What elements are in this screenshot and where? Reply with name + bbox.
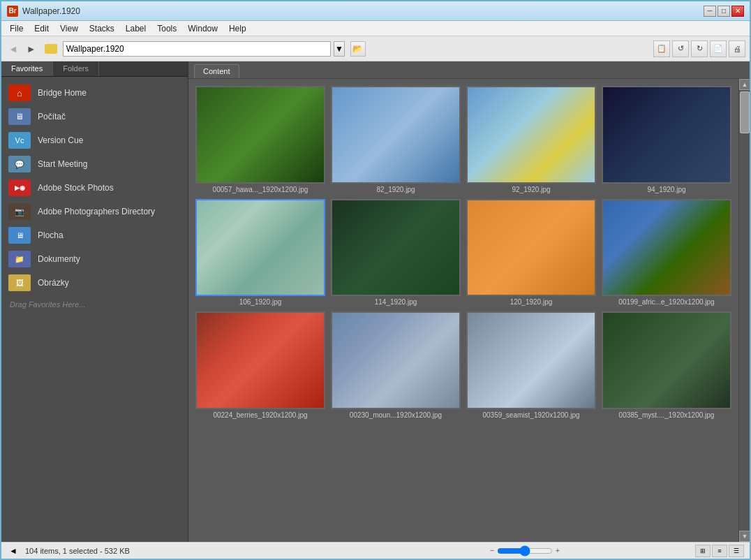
browse-button[interactable]: 📂 bbox=[350, 41, 366, 57]
image-cell[interactable]: 92_1920.jpg bbox=[466, 86, 596, 193]
thumbnail-image bbox=[468, 313, 595, 408]
sidebar-item-bridge-home[interactable]: ⌂ Bridge Home bbox=[1, 81, 188, 105]
image-thumbnail bbox=[602, 86, 731, 184]
drag-hint: Drag Favorites Here... bbox=[1, 295, 188, 314]
sidebar-item-plocha[interactable]: 🖥 Plocha bbox=[1, 223, 188, 247]
menu-help[interactable]: Help bbox=[223, 22, 252, 35]
image-cell[interactable]: 00359_seamist_1920x1200.jpg bbox=[466, 311, 596, 419]
rotate-left-button[interactable]: ↺ bbox=[672, 40, 689, 57]
image-label: 92_1920.jpg bbox=[512, 186, 550, 193]
image-thumbnail bbox=[466, 199, 596, 297]
close-button[interactable]: ✕ bbox=[731, 6, 744, 17]
sidebar-item-pocitac[interactable]: 🖥 Počítač bbox=[1, 105, 188, 128]
sidebar-items: ⌂ Bridge Home 🖥 Počítač Vc Version bbox=[1, 77, 188, 542]
content-with-scroll: 00057_hawa..._1920x1200.jpg82_1920.jpg92… bbox=[188, 79, 750, 542]
menu-stacks[interactable]: Stacks bbox=[84, 22, 120, 35]
minimize-button[interactable]: ─ bbox=[704, 6, 716, 17]
dokumenty-label: Dokumenty bbox=[38, 254, 80, 264]
thumbnail-image bbox=[332, 313, 459, 408]
status-left-btn[interactable]: ◄ bbox=[7, 545, 20, 557]
sidebar-item-start-meeting[interactable]: 💬 Start Meeting bbox=[1, 152, 188, 176]
view-list-button[interactable]: ≡ bbox=[712, 545, 727, 557]
title-bar: Br Wallpaper.1920 ─ □ ✕ bbox=[1, 1, 750, 21]
image-cell[interactable]: 00224_berries_1920x1200.jpg bbox=[195, 311, 325, 419]
image-label: 82_1920.jpg bbox=[376, 186, 415, 193]
thumbnail-image bbox=[468, 87, 595, 182]
reveal-button[interactable]: 📋 bbox=[653, 40, 670, 57]
toolbar-right: 📋 ↺ ↻ 📄 🖨 bbox=[653, 40, 745, 57]
content-area: Content 00057_hawa..._1920x1200.jpg82_19… bbox=[188, 61, 750, 542]
image-label: 94_1920.jpg bbox=[647, 186, 685, 193]
image-thumbnail bbox=[195, 311, 325, 409]
menu-edit[interactable]: Edit bbox=[29, 22, 54, 35]
image-thumbnail bbox=[331, 311, 461, 409]
camera-button[interactable]: 🖨 bbox=[729, 40, 745, 57]
sidebar: Favorites Folders ⌂ Bridge Home 🖥 Počíta… bbox=[1, 61, 188, 542]
menu-view[interactable]: View bbox=[54, 22, 84, 35]
bridge-home-icon: ⌂ bbox=[8, 84, 31, 101]
main-window: Br Wallpaper.1920 ─ □ ✕ File Edit View S… bbox=[0, 0, 751, 560]
view-grid-button[interactable]: ⊞ bbox=[695, 545, 711, 557]
sidebar-item-dokumenty[interactable]: 📁 Dokumenty bbox=[1, 247, 188, 271]
menu-label[interactable]: Label bbox=[120, 22, 151, 35]
photographers-label: Adobe Photographers Directory bbox=[38, 207, 155, 216]
sidebar-item-photographers[interactable]: 📷 Adobe Photographers Directory bbox=[1, 200, 188, 223]
address-dropdown[interactable]: ▼ bbox=[334, 41, 345, 57]
image-label: 00199_afric...e_1920x1200.jpg bbox=[618, 298, 714, 306]
status-bar: ◄ 104 items, 1 selected - 532 KB − + ⊞ ≡… bbox=[1, 542, 750, 559]
forward-button[interactable]: ► bbox=[24, 43, 39, 54]
image-thumbnail bbox=[195, 199, 325, 297]
scrollbar-thumb[interactable] bbox=[740, 91, 750, 133]
image-cell[interactable]: 82_1920.jpg bbox=[331, 86, 461, 193]
image-cell[interactable]: 00230_moun...1920x1200.jpg bbox=[331, 311, 461, 419]
zoom-in-icon: + bbox=[556, 547, 560, 554]
address-input[interactable] bbox=[63, 41, 331, 57]
rotate-right-button[interactable]: ↻ bbox=[691, 40, 708, 57]
image-cell[interactable]: 00199_afric...e_1920x1200.jpg bbox=[602, 199, 731, 307]
status-center: − + bbox=[360, 545, 690, 557]
address-bar: ▼ bbox=[63, 41, 345, 57]
back-button[interactable]: ◄ bbox=[6, 43, 21, 54]
image-cell[interactable]: 114_1920.jpg bbox=[331, 199, 461, 307]
metadata-button[interactable]: 📄 bbox=[710, 40, 727, 57]
dokumenty-icon: 📁 bbox=[8, 251, 31, 267]
image-thumbnail bbox=[195, 86, 325, 184]
obrazky-label: Obrázky bbox=[38, 278, 69, 288]
stock-photos-label: Adobe Stock Photos bbox=[38, 183, 114, 193]
plocha-icon: 🖥 bbox=[8, 227, 31, 244]
obrazky-icon: 🖼 bbox=[8, 274, 31, 291]
image-cell[interactable]: 120_1920.jpg bbox=[466, 199, 596, 307]
zoom-slider[interactable] bbox=[497, 545, 553, 557]
image-label: 114_1920.jpg bbox=[375, 298, 417, 306]
menu-tools[interactable]: Tools bbox=[151, 22, 182, 35]
sidebar-item-obrazky[interactable]: 🖼 Obrázky bbox=[1, 271, 188, 295]
image-thumbnail bbox=[602, 311, 731, 409]
view-detail-button[interactable]: ☰ bbox=[729, 545, 744, 557]
image-thumbnail bbox=[331, 199, 461, 297]
menu-file[interactable]: File bbox=[4, 22, 29, 35]
image-cell[interactable]: 94_1920.jpg bbox=[602, 86, 731, 193]
image-label: 120_1920.jpg bbox=[510, 298, 553, 306]
maximize-button[interactable]: □ bbox=[717, 6, 730, 17]
image-cell[interactable]: 106_1920.jpg bbox=[195, 199, 325, 307]
thumbnail-image bbox=[332, 200, 459, 295]
pocitac-label: Počítač bbox=[38, 112, 66, 121]
thumbnail-image bbox=[197, 313, 324, 408]
scroll-up-button[interactable]: ▲ bbox=[739, 79, 750, 90]
image-grid-container[interactable]: 00057_hawa..._1920x1200.jpg82_1920.jpg92… bbox=[188, 79, 738, 542]
sidebar-item-stock-photos[interactable]: ▶◉ Adobe Stock Photos bbox=[1, 176, 188, 200]
toolbar: ◄ ► ▼ 📂 📋 ↺ ↻ 📄 🖨 bbox=[1, 36, 750, 61]
scroll-down-button[interactable]: ▼ bbox=[739, 531, 750, 542]
menu-window[interactable]: Window bbox=[182, 22, 223, 35]
tab-folders[interactable]: Folders bbox=[53, 61, 99, 76]
image-cell[interactable]: 00057_hawa..._1920x1200.jpg bbox=[195, 86, 325, 193]
thumbnail-image bbox=[603, 313, 730, 408]
content-tab-bar: Content bbox=[188, 61, 750, 79]
window-title: Wallpaper.1920 bbox=[22, 6, 704, 16]
sidebar-item-version-cue[interactable]: Vc Version Cue bbox=[1, 128, 188, 152]
image-cell[interactable]: 00385_myst...._1920x1200.jpg bbox=[602, 311, 731, 419]
start-meeting-label: Start Meeting bbox=[38, 159, 87, 169]
content-tab[interactable]: Content bbox=[194, 64, 239, 78]
image-thumbnail bbox=[602, 199, 731, 297]
tab-favorites[interactable]: Favorites bbox=[1, 61, 53, 76]
